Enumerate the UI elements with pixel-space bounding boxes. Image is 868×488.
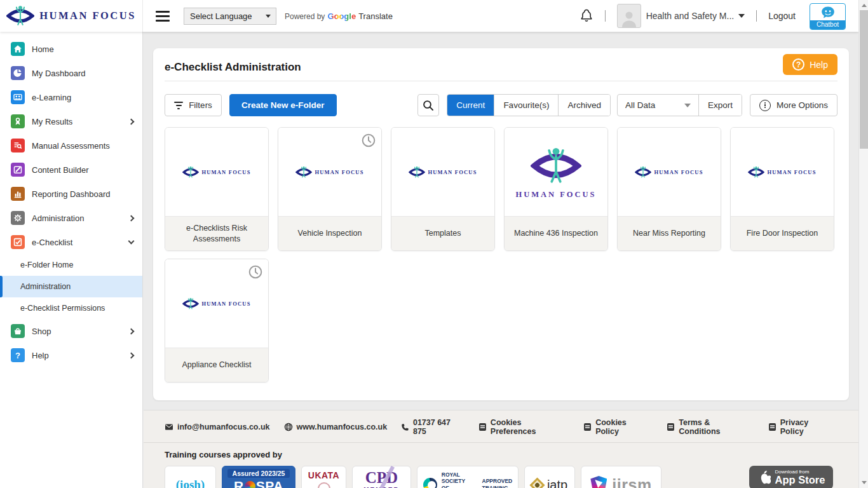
data-scope-value: All Data [625, 100, 655, 110]
export-button[interactable]: Export [699, 95, 742, 116]
notifications-bell-icon[interactable] [580, 9, 593, 23]
sidebar-item-manual-assessments[interactable]: Manual Assessments [0, 133, 142, 158]
sidebar-item-help[interactable]: ? Help [0, 343, 142, 367]
iirsm-logo: iirsm [581, 466, 661, 488]
sidebar-item-label: Home [32, 44, 54, 54]
toolbar: Filters Create New e-Folder Current Favo… [165, 94, 837, 116]
sidebar-item-label: Manual Assessments [32, 141, 110, 151]
translate-label: Translate [358, 11, 393, 21]
cpd-logo: CPD MEMBER [352, 466, 411, 488]
tab-favourites[interactable]: Favourite(s) [494, 95, 559, 116]
avatar[interactable] [617, 4, 641, 28]
dashboard-pie-icon [11, 66, 25, 80]
sidebar-item-label: e-Checklist [32, 238, 72, 247]
sidebar-item-reporting-dashboard[interactable]: Reporting Dashboard [0, 182, 142, 206]
human-focus-eye-icon [409, 165, 425, 179]
policy-doc-icon [584, 423, 591, 431]
create-new-e-folder-button[interactable]: Create New e-Folder [229, 94, 337, 116]
help-button-label: Help [810, 60, 828, 70]
sidebar-subitem-e-checklist-permissions[interactable]: e-Checklist Permissions [0, 297, 142, 319]
cookies-preferences-link[interactable]: Cookies Preferences [479, 418, 567, 436]
brand-logo: HUMAN FOCUS [0, 0, 143, 32]
ukata-logo: UKATA [301, 466, 346, 488]
sidebar-item-home[interactable]: Home [0, 37, 142, 61]
sidebar-item-e-learning[interactable]: e-Learning [0, 85, 142, 109]
data-scope-select[interactable]: All Data [618, 95, 699, 116]
e-folder-card[interactable]: HUMAN FOCUS e-Checklists Risk Assessment… [165, 127, 269, 251]
sidebar-item-shop[interactable]: Shop [0, 319, 142, 343]
shop-basket-icon [11, 324, 25, 338]
e-folder-name: Machine 436 Inspection [505, 216, 607, 250]
chevron-right-icon [128, 328, 135, 334]
footer-website-link[interactable]: www.humanfocus.co.uk [284, 423, 388, 431]
iatp-diamond-icon [529, 477, 545, 488]
approved-by-heading: Training courses approved by [144, 443, 858, 459]
more-options-button[interactable]: More Options [750, 94, 837, 116]
logout-button[interactable]: Logout [768, 11, 796, 21]
view-tabs: Current Favourite(s) Archived [447, 94, 611, 116]
divider [165, 81, 837, 81]
sidebar-item-administration[interactable]: Administration [0, 206, 142, 230]
human-focus-eye-icon [531, 144, 581, 187]
chevron-down-icon [684, 104, 691, 107]
e-folder-card[interactable]: HUMAN FOCUS Templates [391, 127, 495, 251]
scroll-down-arrow-icon[interactable] [859, 478, 868, 487]
sidebar-item-label: Reporting Dashboard [32, 189, 111, 199]
data-export-group: All Data Export [617, 94, 742, 116]
e-folder-grid: HUMAN FOCUS e-Checklists Risk Assessment… [165, 127, 837, 383]
sidebar-item-label: Help [32, 351, 49, 360]
sidebar-subitem-e-folder-home[interactable]: e-Folder Home [0, 254, 142, 276]
e-folder-card[interactable]: HUMAN FOCUS Machine 436 Inspection [504, 127, 608, 251]
chevron-down-icon [738, 14, 745, 18]
help-button[interactable]: ? Help [783, 54, 837, 75]
human-focus-eye-icon [6, 4, 34, 28]
gear-icon [11, 211, 25, 225]
sidebar-item-my-dashboard[interactable]: My Dashboard [0, 61, 142, 85]
sidebar-item-label: Shop [32, 327, 51, 336]
cookies-policy-link[interactable]: Cookies Policy [584, 418, 651, 436]
divider [605, 10, 606, 22]
search-button[interactable] [417, 94, 439, 116]
filters-button[interactable]: Filters [165, 94, 222, 116]
sidebar-item-e-checklist[interactable]: e-Checklist [0, 230, 142, 254]
language-select[interactable]: Select Language [184, 8, 276, 25]
e-folder-card[interactable]: HUMAN FOCUS Appliance Checklist [165, 259, 269, 383]
sidebar-item-content-builder[interactable]: Content Builder [0, 158, 142, 182]
google-logo: Google [327, 11, 356, 21]
terms-conditions-link[interactable]: Terms & Conditions [667, 418, 752, 436]
chevron-right-icon [128, 352, 135, 358]
iosh-logo: (iosh) [165, 466, 216, 488]
account-menu[interactable]: Health and Safety M... [646, 11, 745, 21]
sidebar-subitem-administration[interactable]: Administration [0, 276, 142, 297]
e-folder-card[interactable]: HUMAN FOCUS Near Miss Reporting [617, 127, 721, 251]
e-folder-card[interactable]: HUMAN FOCUS Fire Door Inspection [730, 127, 834, 251]
chatbot-button[interactable]: Chatbot [810, 3, 846, 30]
footer-email-link[interactable]: info@humanfocus.co.uk [165, 423, 270, 431]
tab-current[interactable]: Current [447, 95, 494, 116]
scrollbar-thumb[interactable] [860, 10, 868, 149]
ukata-swirl-icon [318, 482, 330, 488]
app-store-badge[interactable]: Download from App Store [749, 466, 833, 488]
scroll-up-arrow-icon[interactable] [859, 1, 868, 10]
e-folder-name: Templates [391, 216, 494, 250]
question-circle-icon: ? [792, 58, 804, 71]
footer-phone[interactable]: 01737 647 875 [401, 418, 465, 436]
human-focus-eye-icon [295, 165, 312, 179]
sidebar-item-label: e-Learning [32, 93, 71, 102]
privacy-policy-link[interactable]: Privacy Policy [769, 418, 833, 436]
sidebar-subitem-label: e-Folder Home [20, 261, 73, 269]
filter-icon [174, 102, 183, 109]
sidebar: Home My Dashboard e-Learning My Results … [0, 32, 143, 488]
e-folder-card[interactable]: HUMAN FOCUS Vehicle Inspection [278, 127, 382, 251]
apple-icon [757, 470, 771, 485]
chevron-right-icon [128, 118, 135, 125]
human-focus-eye-icon [182, 165, 199, 179]
sidebar-item-my-results[interactable]: My Results [0, 109, 142, 133]
page-scrollbar[interactable] [858, 0, 868, 488]
human-focus-eye-icon [182, 297, 199, 311]
tab-archived[interactable]: Archived [559, 95, 610, 116]
google-translate-attribution[interactable]: Powered by Google Translate [285, 11, 393, 21]
menu-toggle-icon[interactable] [156, 11, 170, 22]
checklist-icon [11, 235, 25, 249]
home-icon [11, 42, 25, 56]
